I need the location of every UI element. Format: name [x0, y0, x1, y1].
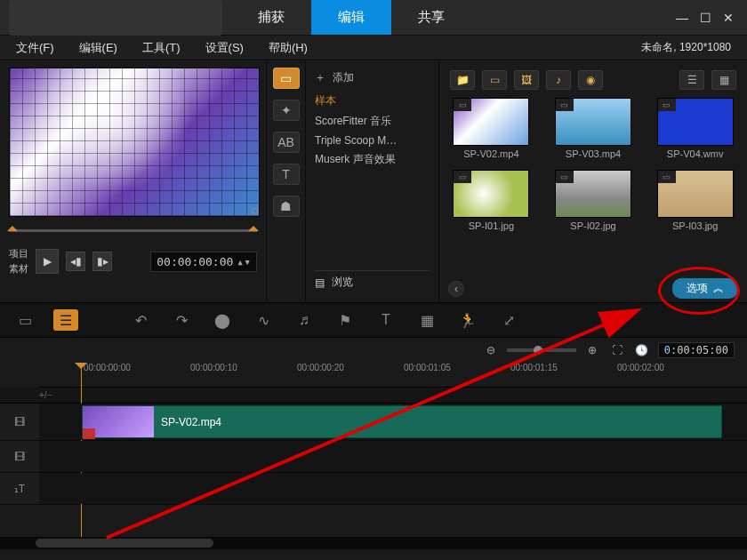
filter-image-icon[interactable]: 🖼	[514, 70, 539, 90]
minimize-button[interactable]: —	[676, 12, 688, 24]
app-logo	[9, 0, 222, 36]
menu-help[interactable]: 帮助(H)	[269, 40, 308, 56]
menu-tools[interactable]: 工具(T)	[142, 40, 181, 56]
menu-edit[interactable]: 编辑(E)	[79, 40, 117, 56]
timeline-view-icon[interactable]: ☰	[53, 309, 78, 331]
category-column: ▭ ✦ AB T ☗	[267, 60, 306, 302]
ruler-tick: 00:00:00:10	[190, 363, 237, 372]
transport-controls: 项目 素材 ▶ ◂▮ ▮▸ 00:00:00:00▴▾	[9, 247, 257, 276]
import-folder-icon[interactable]: 📁	[450, 70, 475, 90]
timeline-clip[interactable]: SP-V02.mp4	[82, 405, 722, 438]
add-folder-button[interactable]: ＋添加	[315, 68, 430, 88]
prev-frame-button[interactable]: ◂▮	[66, 252, 85, 271]
zoom-in-icon[interactable]: ⊕	[583, 341, 601, 359]
title-category-button[interactable]: T	[273, 164, 300, 185]
asset-name: SP-V02.mp4	[463, 148, 518, 159]
duplicate-icon[interactable]: ⧉	[251, 204, 259, 217]
title-track-body[interactable]	[39, 473, 747, 504]
overlay-track-head[interactable]: 🎞	[0, 441, 39, 472]
zoom-out-icon[interactable]: ⊖	[482, 341, 500, 359]
asset-thumbnail: ▭	[555, 170, 631, 218]
asset-item[interactable]: ▭SP-V03.mp4	[552, 98, 635, 159]
asset-thumbnail: ▭	[453, 170, 529, 218]
fx-category-button[interactable]: ✦	[273, 100, 300, 121]
maximize-button[interactable]: ☐	[699, 12, 711, 24]
preview-canvas[interactable]	[9, 68, 260, 217]
record-icon[interactable]: ⬤	[210, 309, 235, 331]
auto-music-icon[interactable]: ♬	[292, 309, 317, 331]
duration-display[interactable]: 0:00:05:00	[658, 342, 735, 358]
next-frame-button[interactable]: ▮▸	[92, 252, 112, 271]
mark-in-icon[interactable]	[7, 220, 18, 231]
marker-icon[interactable]: ⚑	[333, 309, 357, 331]
scrub-bar[interactable]: ⧉	[9, 222, 257, 238]
close-button[interactable]: ✕	[722, 12, 735, 24]
zoom-row: ⊖ ⊕ ⛶ 🕓 0:00:05:00	[0, 338, 747, 363]
transition-category-button[interactable]: AB	[273, 132, 300, 153]
menu-settings[interactable]: 设置(S)	[205, 40, 244, 56]
asset-thumbnail: ▭	[657, 170, 734, 218]
mark-out-icon[interactable]	[248, 220, 259, 231]
asset-name: SP-I01.jpg	[469, 220, 514, 231]
video-track-body[interactable]: SP-V02.mp4	[39, 404, 747, 440]
storyboard-view-icon[interactable]: ▭	[12, 309, 37, 331]
timeline-toolbar: ▭ ☰ ↶ ↷ ⬤ ∿ ♬ ⚑ T ▦ 🏃 ⤢	[0, 302, 747, 338]
ruler-tick: 00:00:01:05	[404, 363, 451, 372]
list-item[interactable]: 样本	[315, 93, 430, 108]
redo-icon[interactable]: ↷	[169, 309, 194, 331]
tab-capture[interactable]: 捕获	[231, 0, 311, 35]
media-category-button[interactable]: ▭	[273, 68, 300, 89]
plus-icon: ＋	[315, 70, 325, 85]
play-button[interactable]: ▶	[36, 249, 59, 274]
title-tool-icon[interactable]: T	[374, 309, 398, 331]
filter-video-icon[interactable]: ▭	[482, 70, 507, 90]
graphic-category-button[interactable]: ☗	[273, 196, 300, 217]
library-list: ＋添加 样本 ScoreFitter 音乐 Triple Scoop M… Mu…	[306, 60, 439, 302]
clock-icon[interactable]: 🕓	[633, 341, 651, 359]
film-icon: 🎞	[14, 416, 25, 428]
media-type-badge: ▭	[658, 171, 676, 183]
undo-icon[interactable]: ↶	[128, 309, 153, 331]
timeline-scrollbar[interactable]	[0, 537, 747, 549]
multi-view-icon[interactable]: ▦	[414, 309, 439, 331]
timeline-ruler[interactable]: 00:00:00:00 00:00:00:10 00:00:00:20 00:0…	[39, 363, 747, 388]
asset-item[interactable]: ▭SP-V02.mp4	[450, 98, 533, 159]
media-type-badge: ▭	[658, 99, 676, 111]
fit-icon[interactable]: ⛶	[608, 341, 626, 359]
preview-panel: ⧉ 项目 素材 ▶ ◂▮ ▮▸ 00:00:00:00▴▾	[0, 60, 267, 302]
asset-item[interactable]: ▭SP-I03.jpg	[654, 170, 736, 231]
zoom-slider[interactable]	[507, 348, 576, 352]
asset-toolbar: 📁 ▭ 🖼 ♪ ◉ ☰ ▦	[450, 68, 736, 92]
grid-view-icon[interactable]: ▦	[711, 70, 736, 90]
timecode-display[interactable]: 00:00:00:00▴▾	[150, 252, 257, 272]
tab-share[interactable]: 共享	[391, 0, 471, 35]
tab-edit[interactable]: 编辑	[311, 0, 391, 35]
pan-zoom-icon[interactable]: ⤢	[496, 309, 521, 331]
overlay-track-body[interactable]	[39, 441, 747, 472]
asset-item[interactable]: ▭SP-I01.jpg	[450, 170, 533, 231]
filter-audio-icon[interactable]: ♪	[546, 70, 571, 90]
menu-file[interactable]: 文件(F)	[16, 40, 54, 56]
video-track-head[interactable]: 🎞	[0, 404, 39, 440]
asset-grid-panel: 📁 ▭ 🖼 ♪ ◉ ☰ ▦ ▭SP-V02.mp4▭SP-V03.mp4▭SP-…	[439, 60, 747, 302]
list-item[interactable]: Muserk 声音效果	[315, 152, 430, 167]
options-button[interactable]: 选项︽	[672, 278, 738, 299]
motion-icon[interactable]: 🏃	[455, 309, 480, 331]
asset-item[interactable]: ▭SP-V04.wmv	[654, 98, 736, 159]
browse-button[interactable]: ▤浏览	[315, 270, 430, 295]
mute-icon[interactable]	[83, 428, 95, 439]
asset-name: SP-V04.wmv	[667, 148, 724, 159]
asset-item[interactable]: ▭SP-I02.jpg	[552, 170, 635, 231]
filter-disc-icon[interactable]: ◉	[578, 70, 603, 90]
list-item[interactable]: Triple Scoop M…	[315, 134, 430, 147]
text-icon: ₁T	[14, 483, 25, 495]
chevron-up-icon: ︽	[713, 281, 724, 296]
clip-label: SP-V02.mp4	[161, 416, 221, 428]
scroll-left-icon[interactable]: ‹	[448, 281, 464, 297]
media-type-badge: ▭	[556, 99, 574, 111]
list-view-icon[interactable]: ☰	[679, 70, 704, 90]
list-item[interactable]: ScoreFitter 音乐	[315, 114, 430, 129]
asset-name: SP-I02.jpg	[570, 220, 615, 231]
title-track-head[interactable]: ₁T	[0, 473, 39, 504]
audio-mixer-icon[interactable]: ∿	[251, 309, 276, 331]
